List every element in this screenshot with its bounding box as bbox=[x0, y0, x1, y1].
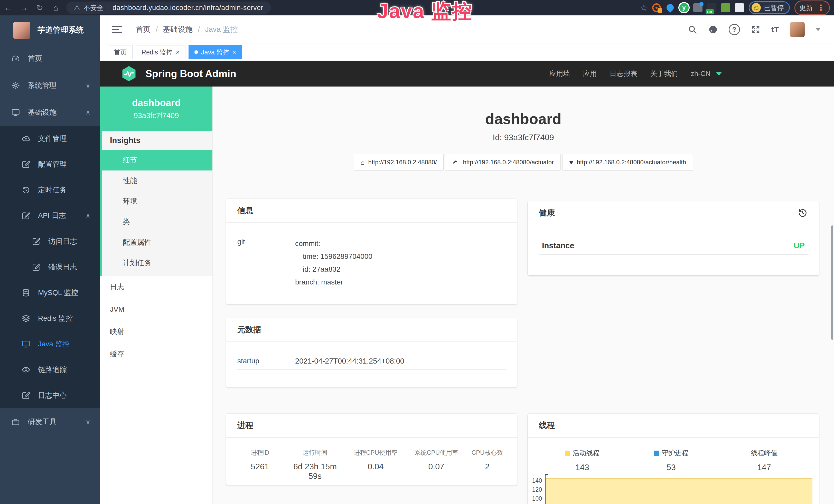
sidebar-item-infra[interactable]: 基础设施 ∧ bbox=[0, 99, 100, 126]
extension-pin-icon[interactable] bbox=[665, 3, 675, 13]
browser-home-icon[interactable]: ⌂ bbox=[48, 3, 64, 13]
sba-item-config-props[interactable]: 配置属性 bbox=[102, 232, 213, 253]
sba-item-environment[interactable]: 环境 bbox=[102, 191, 213, 211]
chevron-down-icon: ∨ bbox=[86, 82, 90, 89]
gear-icon bbox=[11, 81, 20, 90]
legend-label: 守护进程 bbox=[662, 449, 688, 458]
sidebar-item-label: 链路追踪 bbox=[38, 365, 67, 374]
hamburger-icon[interactable] bbox=[112, 26, 122, 33]
address-bar[interactable]: ⚠ 不安全 | dashboard.yudao.iocoder.cn/infra… bbox=[66, 2, 271, 14]
health-history-icon[interactable] bbox=[797, 208, 808, 218]
sidebar-item-label: MySQL 监控 bbox=[38, 288, 78, 298]
sba-nav-applications[interactable]: 应用 bbox=[583, 69, 597, 78]
sidebar-item-mysql-monitor[interactable]: MySQL 监控 bbox=[0, 280, 100, 305]
y-tick-mark bbox=[543, 489, 545, 490]
sidebar-item-label: Java 监控 bbox=[38, 339, 70, 349]
tab-home[interactable]: 首页 bbox=[108, 45, 133, 59]
sidebar-item-tracing[interactable]: 链路追踪 bbox=[0, 357, 100, 383]
sba-item-classes[interactable]: 类 bbox=[102, 211, 213, 232]
sba-item-logs[interactable]: 日志 bbox=[100, 276, 213, 298]
update-chip[interactable]: 更新 ⋮ bbox=[794, 1, 830, 15]
sidebar-item-scheduled-jobs[interactable]: 定时任务 bbox=[0, 177, 100, 203]
sba-nav-wallboard[interactable]: 应用墙 bbox=[549, 69, 570, 78]
actuator-url-chip[interactable]: http://192.168.0.2:48080/actuator bbox=[445, 154, 561, 171]
home-icon: ⌂ bbox=[360, 158, 365, 166]
eye-icon bbox=[22, 365, 30, 374]
sba-item-jvm[interactable]: JVM bbox=[100, 298, 213, 320]
sidebar-item-label: 基础设施 bbox=[28, 108, 57, 117]
info-key: git bbox=[237, 237, 295, 289]
extension-y-icon[interactable]: y bbox=[679, 3, 688, 12]
sba-item-scheduled-tasks[interactable]: 计划任务 bbox=[102, 253, 213, 273]
avatar[interactable] bbox=[790, 22, 805, 37]
extension-icon-1[interactable] bbox=[652, 3, 661, 12]
screen: ← → ↻ ⌂ ⚠ 不安全 | dashboard.yudao.iocoder.… bbox=[0, 0, 834, 504]
instance-links: ⌂ http://192.168.0.2:48080/ http://192.1… bbox=[213, 154, 834, 171]
avatar-caret-icon[interactable] bbox=[815, 28, 821, 31]
close-icon[interactable]: × bbox=[233, 49, 236, 55]
service-url-chip[interactable]: ⌂ http://192.168.0.2:48080/ bbox=[354, 154, 444, 171]
sba-nav-journal[interactable]: 日志报表 bbox=[610, 69, 637, 78]
search-icon[interactable] bbox=[687, 25, 697, 35]
extension-grid-icon[interactable] bbox=[693, 3, 702, 12]
extension-green-icon[interactable] bbox=[721, 3, 730, 12]
toolbox-icon bbox=[11, 417, 20, 426]
breadcrumb-infra[interactable]: 基础设施 bbox=[163, 24, 193, 35]
sidebar-item-dev-tools[interactable]: 研发工具 ∨ bbox=[0, 408, 100, 435]
extension-list-icon[interactable]: on bbox=[707, 3, 716, 12]
scrollbar-thumb[interactable] bbox=[831, 225, 833, 340]
extensions-puzzle-icon[interactable] bbox=[735, 3, 744, 12]
fullscreen-icon[interactable] bbox=[751, 25, 761, 35]
bookmark-star-icon[interactable]: ☆ bbox=[640, 3, 648, 13]
sidebar-item-file-manage[interactable]: 文件管理 bbox=[0, 126, 100, 152]
sba-brand-title[interactable]: Spring Boot Admin bbox=[146, 68, 236, 79]
sidebar-item-log-center[interactable]: 日志中心 bbox=[0, 383, 100, 408]
sidebar-item-system[interactable]: 系统管理 ∨ bbox=[0, 72, 100, 99]
y-tick-mark bbox=[543, 499, 545, 499]
health-url-chip[interactable]: ♥ http://192.168.0.2:48080/actuator/heal… bbox=[562, 154, 693, 171]
sidebar-item-config-manage[interactable]: 配置管理 bbox=[0, 152, 100, 177]
browser-menu-icon[interactable]: ⋮ bbox=[817, 4, 825, 11]
sidebar-item-access-logs[interactable]: 访问日志 bbox=[0, 229, 100, 254]
y-tick-mark bbox=[543, 481, 545, 481]
header-actions: ? tT bbox=[687, 22, 834, 37]
sidebar-item-home[interactable]: 首页 bbox=[0, 45, 100, 72]
sba-nav-about[interactable]: 关于我们 bbox=[650, 69, 678, 78]
health-instance-row[interactable]: Instance UP bbox=[528, 225, 819, 250]
sba-item-metrics[interactable]: 性能 bbox=[102, 170, 213, 191]
sidebar-item-api-logs[interactable]: API 日志 ∧ bbox=[0, 203, 100, 229]
process-card-header: 进程 bbox=[226, 414, 517, 438]
instance-header: dashboard 93a3fc7f7409 bbox=[100, 87, 213, 131]
update-label: 更新 bbox=[799, 3, 813, 12]
browser-back-icon[interactable]: ← bbox=[0, 3, 16, 13]
edit-icon bbox=[32, 237, 41, 246]
sba-locale-select[interactable]: zh-CN bbox=[691, 70, 710, 78]
close-icon[interactable]: × bbox=[176, 49, 179, 55]
tab-java-monitor[interactable]: Java 监控 × bbox=[189, 45, 242, 59]
font-size-icon[interactable]: tT bbox=[771, 25, 779, 34]
browser-forward-icon[interactable]: → bbox=[16, 3, 32, 13]
sba-item-caches[interactable]: 缓存 bbox=[100, 343, 213, 365]
sba-sidebar: dashboard 93a3fc7f7409 Insights 细节 性能 环境… bbox=[100, 87, 213, 504]
instance-name: dashboard bbox=[132, 97, 180, 108]
breadcrumb-home[interactable]: 首页 bbox=[136, 24, 151, 35]
insights-section-title[interactable]: Insights bbox=[102, 131, 213, 150]
history-icon bbox=[22, 186, 30, 194]
sidebar-item-redis-monitor[interactable]: Redis 监控 bbox=[0, 305, 100, 331]
browser-reload-icon[interactable]: ↻ bbox=[32, 3, 48, 13]
col-cpu-cores: CPU核心数 bbox=[465, 449, 509, 457]
metadata-card-header: 元数据 bbox=[226, 318, 517, 342]
page-url[interactable]: dashboard.yudao.iocoder.cn/infra/admin-s… bbox=[112, 4, 263, 12]
security-label[interactable]: 不安全 bbox=[84, 3, 104, 12]
sba-item-details[interactable]: 细节 bbox=[100, 150, 213, 170]
tab-redis-monitor[interactable]: Redis 监控 × bbox=[136, 45, 185, 59]
threads-card: 线程 活动线程 143 守护进程 53 线程峰值 14 bbox=[528, 414, 819, 504]
sba-item-mappings[interactable]: 映射 bbox=[100, 320, 213, 343]
profile-paused-chip[interactable]: ☺ 已暂停 bbox=[749, 1, 790, 14]
help-icon[interactable]: ? bbox=[729, 24, 740, 35]
insights-section: Insights 细节 性能 环境 类 配置属性 计划任务 bbox=[100, 131, 213, 276]
github-icon[interactable] bbox=[708, 25, 718, 35]
metadata-key: startup bbox=[237, 357, 295, 365]
sidebar-item-java-monitor[interactable]: Java 监控 bbox=[0, 331, 100, 357]
sidebar-item-error-logs[interactable]: 错误日志 bbox=[0, 254, 100, 280]
